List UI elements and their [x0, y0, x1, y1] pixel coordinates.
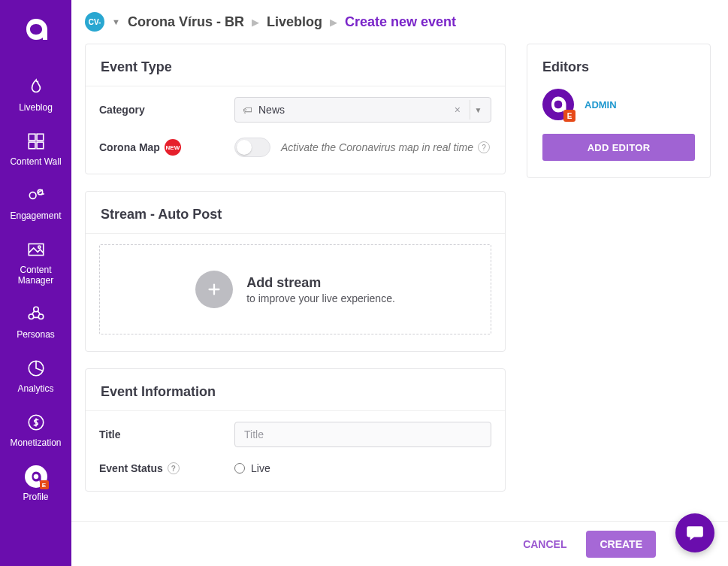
sidebar-item-label: Personas — [17, 329, 55, 340]
sidebar-item-label: Profile — [23, 492, 48, 502]
svg-point-7 — [38, 246, 40, 248]
category-label: Category — [99, 104, 234, 116]
help-icon[interactable]: ? — [168, 462, 180, 474]
sidebar-item-label: Content Wall — [10, 156, 61, 167]
corona-map-toggle[interactable] — [234, 138, 270, 157]
help-icon[interactable]: ? — [478, 141, 490, 153]
breadcrumb-item-current: Create new event — [345, 14, 456, 30]
corona-map-label: Corona Map NEW — [99, 139, 234, 156]
sidebar-item-label: Content Manager — [3, 265, 68, 286]
add-editor-button[interactable]: ADD EDITOR — [542, 134, 695, 161]
stream-card: Stream - Auto Post Add stream to improve… — [85, 191, 506, 352]
breadcrumb: CV- ▼ Corona Vírus - BR ▶ Liveblog ▶ Cre… — [71, 0, 728, 38]
status-radio[interactable] — [234, 463, 245, 474]
image-icon — [24, 238, 48, 262]
toggle-hint: Activate the Coronavirus map in real tim… — [281, 141, 490, 153]
chevron-down-icon[interactable]: ▼ — [112, 17, 120, 26]
add-stream-box[interactable]: Add stream to improve your live experien… — [99, 244, 491, 334]
title-input[interactable] — [234, 422, 491, 447]
event-type-card: Event Type Category 🏷 News × ▼ — [85, 44, 506, 174]
footer-bar: CANCEL CREATE — [71, 521, 728, 566]
sidebar: Liveblog Content Wall Engagement Content… — [0, 0, 71, 566]
project-badge[interactable]: CV- — [85, 12, 104, 32]
card-title: Event Type — [101, 59, 490, 75]
dollar-icon — [24, 410, 48, 434]
sidebar-item-profile[interactable]: E Profile — [0, 457, 71, 511]
avatar: E — [542, 89, 574, 120]
event-info-card: Event Information Title Event Status ? — [85, 368, 506, 492]
card-title: Stream - Auto Post — [101, 207, 490, 222]
add-stream-subtitle: to improve your live experience. — [246, 292, 395, 304]
status-option-live[interactable]: Live — [234, 462, 491, 474]
tag-icon: 🏷 — [243, 104, 252, 116]
pie-chart-icon — [24, 356, 48, 380]
svg-point-9 — [29, 314, 34, 319]
people-icon — [24, 302, 48, 326]
grid-icon — [24, 129, 48, 153]
breadcrumb-item[interactable]: Corona Vírus - BR — [128, 14, 244, 30]
sidebar-item-analytics[interactable]: Analytics — [0, 349, 71, 403]
editors-card: Editors E ADMIN ADD EDITOR — [527, 44, 711, 178]
sidebar-item-label: Analytics — [17, 383, 53, 394]
app-logo[interactable] — [17, 11, 55, 48]
avatar-icon: E — [24, 465, 48, 489]
sidebar-item-label: Monetization — [10, 437, 61, 448]
svg-point-4 — [29, 192, 36, 199]
plus-icon — [195, 271, 233, 308]
sidebar-item-content-manager[interactable]: Content Manager — [0, 230, 71, 295]
sidebar-item-label: Liveblog — [19, 102, 53, 113]
svg-rect-2 — [29, 142, 35, 149]
category-select[interactable]: 🏷 News × ▼ — [234, 97, 491, 123]
sidebar-item-content-wall[interactable]: Content Wall — [0, 122, 71, 176]
chevron-right-icon: ▶ — [330, 17, 337, 28]
svg-rect-1 — [37, 134, 44, 141]
title-label: Title — [99, 428, 234, 440]
editor-name[interactable]: ADMIN — [585, 99, 617, 110]
event-status-label: Event Status ? — [99, 462, 234, 474]
breadcrumb-item[interactable]: Liveblog — [267, 14, 322, 30]
flame-icon — [24, 75, 48, 99]
svg-rect-3 — [37, 142, 44, 149]
card-title: Event Information — [101, 384, 490, 400]
svg-rect-0 — [29, 134, 35, 141]
clear-icon[interactable]: × — [452, 104, 464, 116]
new-badge: NEW — [165, 139, 181, 156]
chevron-right-icon: ▶ — [252, 17, 259, 28]
editor-row: E ADMIN — [542, 89, 695, 120]
sidebar-item-label: Engagement — [10, 210, 61, 221]
category-value: News — [258, 104, 446, 116]
add-stream-title: Add stream — [246, 275, 395, 291]
cancel-button[interactable]: CANCEL — [514, 532, 575, 556]
sidebar-item-personas[interactable]: Personas — [0, 295, 71, 349]
chevron-down-icon[interactable]: ▼ — [470, 100, 486, 120]
card-title: Editors — [542, 59, 695, 75]
megaphone-icon — [24, 183, 48, 207]
sidebar-item-liveblog[interactable]: Liveblog — [0, 68, 71, 122]
sidebar-item-engagement[interactable]: Engagement — [0, 176, 71, 230]
chat-launcher[interactable] — [675, 513, 714, 552]
sidebar-item-monetization[interactable]: Monetization — [0, 403, 71, 457]
main-content: CV- ▼ Corona Vírus - BR ▶ Liveblog ▶ Cre… — [71, 0, 728, 521]
create-button[interactable]: CREATE — [586, 531, 656, 558]
svg-point-10 — [38, 314, 44, 319]
